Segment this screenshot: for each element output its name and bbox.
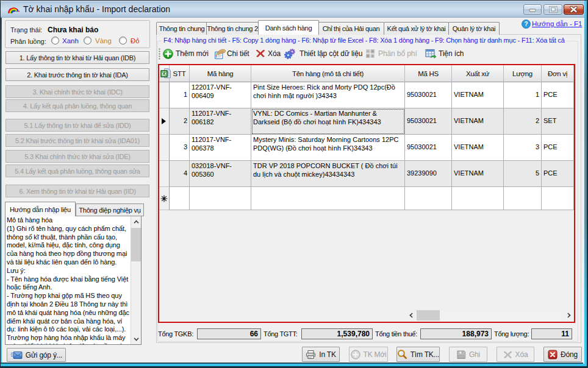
column-header-luong[interactable]: Lượng (504, 65, 542, 82)
help-scrollbar[interactable] (131, 216, 141, 344)
cell-stt[interactable]: 1 (170, 82, 190, 108)
cell-empty[interactable] (504, 187, 542, 210)
row-header-cell[interactable] (159, 187, 170, 210)
toolbar-thiet-lap-cot-du-lieu-button[interactable]: Thiết lập cột dữ liệu (299, 49, 362, 58)
cell-ma-hs[interactable]: 39239090 (405, 161, 452, 187)
cell-stt[interactable]: 2 (170, 108, 190, 135)
column-header-don-vi[interactable]: Đơn vị (542, 65, 574, 82)
hscroll-right-button[interactable] (564, 310, 574, 320)
step-button-2[interactable]: 2. Khai trước thông tin tờ khai (IDA) (5, 68, 149, 81)
column-header-ma-hang[interactable]: Mã hàng (190, 65, 251, 82)
grid-row-1[interactable]: 1 122017-VNF-006409 Pint Size Heroes: Ri… (159, 82, 574, 108)
minimize-button[interactable] (523, 4, 542, 15)
cell-stt[interactable]: 3 (170, 135, 190, 161)
grid-row-2[interactable]: 2 112017-VNF-006182 VYNL: DC Comics - Ma… (159, 108, 574, 135)
radio-xanh[interactable] (51, 37, 59, 44)
footer-xoa-button[interactable]: Xóa (497, 347, 534, 362)
cell-stt[interactable]: 4 (170, 161, 190, 187)
tab-chi-thi-cua-hai-quan[interactable]: Chỉ thị của Hải quan (318, 22, 384, 35)
cell-empty[interactable] (452, 187, 504, 210)
column-header-xuat-xu[interactable]: Xuất xứ (452, 65, 504, 82)
footer-in-tk-button[interactable]: In TK (302, 347, 340, 362)
row-header-cell[interactable] (159, 161, 170, 187)
cell-xuat-xu[interactable]: VIETNAM (452, 135, 504, 161)
cell-ten-hang[interactable]: Mystery Minis: Saturday Morning Cartoons… (251, 135, 405, 161)
tab-quan-ly-to-khai[interactable]: Quản lý tờ khai (448, 22, 500, 35)
cell-ma-hang[interactable]: 032018-VNF-005360 (190, 161, 251, 187)
grid-new-row[interactable] (159, 187, 574, 210)
step-button-8[interactable]: 5.4 Lấy kết quả phân luồng, thông quan s… (5, 165, 149, 177)
cell-don-vi[interactable]: PCE (542, 135, 574, 161)
help-link[interactable]: Hướng dẫn - F1 (532, 20, 582, 27)
toolbar-chi-tiet-button[interactable]: Chi tiết (227, 49, 249, 58)
cell-xuat-xu[interactable]: VIETNAM (452, 82, 504, 108)
cell-empty[interactable] (405, 187, 452, 210)
hscroll-left-button[interactable] (406, 310, 416, 320)
tab-huong-dan-nhap-lieu[interactable]: Hướng dẫn nhập liệu (5, 202, 76, 216)
step-button-5[interactable]: 5.1 Lấy thông tin tờ khai để sửa (IDD) (5, 119, 149, 132)
cell-don-vi[interactable]: PCE (542, 161, 574, 187)
tab-danh-sach-hang[interactable]: Danh sách hàng (258, 20, 319, 35)
cell-ten-hang[interactable]: VYNL: DC Comics - Martian Manhunter & Da… (251, 108, 405, 135)
cell-luong[interactable]: 1 (504, 82, 542, 108)
cell-ma-hs[interactable]: 95030021 (405, 135, 452, 161)
grid-hscrollbar[interactable] (406, 310, 574, 320)
cell-empty[interactable] (542, 187, 574, 210)
hscroll-thumb[interactable] (417, 310, 440, 320)
tab-thong-diep-nghiep-vu[interactable]: Thông điệp nghiệp vụ (76, 203, 144, 216)
row-header-cell[interactable] (159, 135, 170, 161)
tab-thong-tin-chung-2[interactable]: Thông tin chung 2 (206, 22, 259, 35)
step-button-1[interactable]: 1. Lấy thông tin tờ khai từ Hải quan (ID… (5, 51, 149, 64)
tab-ket-qua-xu-ly-to-khai[interactable]: Kết quả xử lý tờ khai (384, 22, 449, 35)
column-header-stt[interactable]: STT (170, 65, 190, 82)
cell-xuat-xu[interactable]: VIETNAM (452, 161, 504, 187)
radio-vang[interactable] (84, 37, 91, 44)
maximize-button[interactable] (543, 4, 562, 15)
cell-ma-hang[interactable]: 112017-VNF-006182 (190, 108, 251, 135)
tab-thong-tin-chung[interactable]: Thông tin chung (156, 22, 207, 35)
cell-luong[interactable]: 5 (504, 161, 542, 187)
cell-ten-hang[interactable]: Pint Size Heroes: Rick and Morty PDQ 12p… (251, 82, 405, 108)
cell-xuat-xu[interactable]: VIETNAM (452, 108, 504, 135)
cell-ma-hs[interactable]: 95030021 (405, 108, 452, 135)
column-header-ten-hang[interactable]: Tên hàng (mô tả chi tiết) (251, 65, 405, 82)
footer-dong-button[interactable]: Đóng (543, 347, 582, 362)
step-button-7[interactable]: 5.3 Khai chính thức tờ khai sửa (IDE) (5, 150, 149, 163)
grid-row-4[interactable]: 4 032018-VNF-005360 TDR VP 2018 POPCORN … (159, 161, 574, 187)
toolbar-tien-ich-button[interactable]: Tiện ích (439, 49, 464, 58)
footer-ghi-button[interactable]: Ghi (449, 347, 487, 362)
cell-don-vi[interactable]: PCE (542, 82, 574, 108)
toolbar-xoa-button[interactable]: Xóa (268, 49, 281, 58)
grid-corner-cell[interactable] (159, 65, 170, 82)
cell-ten-hang[interactable]: TDR VP 2018 POPCORN BUCKET ( Đồ chơi túi… (251, 161, 405, 187)
radio-do[interactable] (119, 37, 127, 44)
cell-ma-hs[interactable]: 95030021 (405, 82, 452, 108)
feedback-button[interactable]: Gửi góp ý... (7, 348, 66, 362)
cell-don-vi[interactable]: SET (542, 108, 574, 135)
cell-ma-hang[interactable]: 122017-VNF-006409 (190, 82, 251, 108)
row-header-cell[interactable] (159, 108, 170, 135)
cell-empty[interactable] (170, 187, 190, 210)
cell-empty[interactable] (190, 187, 251, 210)
step-button-3[interactable]: 3. Khai chính thức tờ khai (IDC) (5, 85, 149, 98)
scroll-thumb[interactable] (131, 228, 141, 261)
step-button-9[interactable]: 6. Xem thông tin tờ khai từ Hải quan (II… (5, 185, 149, 197)
scroll-down-button[interactable] (131, 334, 141, 344)
toolbar-phan-bo-phi-button[interactable]: Phân bổ phí (378, 49, 417, 58)
close-button[interactable] (564, 4, 584, 15)
title-bar[interactable]: Tờ khai nhập khẩu - Import declaration (1, 1, 584, 18)
step-button-6[interactable]: 5.2 Khai trước thông tin tờ khai sửa (ID… (5, 134, 149, 147)
toolbar-them-moi-button[interactable]: Thêm mới (176, 49, 209, 58)
step-button-4[interactable]: 4. Lấy kết quả phân luồng, thông quan (5, 99, 149, 112)
toolbar-grip[interactable] (159, 48, 161, 60)
help-textbox[interactable]: Mô tả hàng hóa (1) Ghi rõ tên hàng, quy … (5, 216, 142, 345)
row-header-cell[interactable] (159, 82, 170, 108)
column-header-ma-hs[interactable]: Mã HS (405, 65, 452, 82)
footer-tk-moi-button[interactable]: TK Mới (349, 347, 388, 362)
grid-row-3[interactable]: 3 112017-VNF-006378 Mystery Minis: Satur… (159, 135, 574, 161)
footer-tim-tk-button[interactable]: Tìm TK... (396, 347, 440, 362)
cell-empty[interactable] (251, 187, 405, 210)
cell-luong[interactable]: 3 (504, 135, 542, 161)
scroll-up-button[interactable] (131, 216, 141, 227)
cell-ma-hang[interactable]: 112017-VNF-006378 (190, 135, 251, 161)
